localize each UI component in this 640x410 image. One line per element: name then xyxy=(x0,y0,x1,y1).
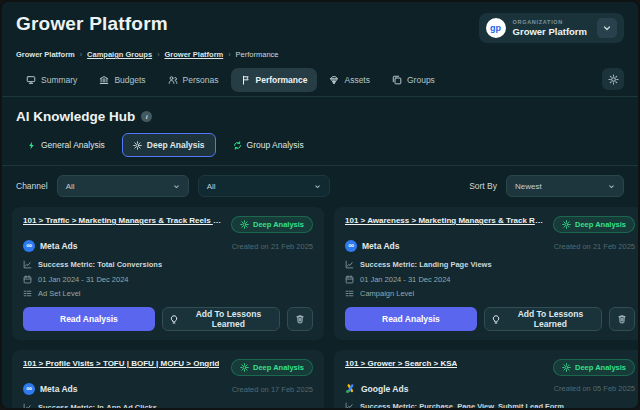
gear-icon xyxy=(562,220,571,229)
chart-icon xyxy=(345,260,354,269)
deep-analysis-badge: Deep Analysis xyxy=(553,359,635,376)
chevron-down-icon[interactable] xyxy=(597,18,617,38)
channel-name: Meta Ads xyxy=(40,384,77,394)
card-title-link[interactable]: 101 > Traffic > Marketing Managers & Tra… xyxy=(23,216,223,227)
analysis-card-grid: 101 > Traffic > Marketing Managers & Tra… xyxy=(2,205,638,410)
meta-ads-icon: ∞ xyxy=(23,240,35,252)
add-to-lessons-button[interactable]: Add To Lessons Learned xyxy=(162,307,280,331)
sort-select[interactable]: Newest xyxy=(506,175,624,197)
badge-label: Deep Analysis xyxy=(253,363,304,372)
page-header: Grower Platform gp ORGANIZATION Grower P… xyxy=(2,2,638,59)
personas-icon xyxy=(168,75,178,85)
org-logo: gp xyxy=(486,18,506,38)
trash-icon xyxy=(617,314,627,324)
detail-chart: Success Metric: Landing Page Views xyxy=(345,260,635,269)
summary-icon xyxy=(26,75,36,85)
channel: ∞ Meta Ads xyxy=(23,383,77,395)
meta-ads-icon: ∞ xyxy=(345,240,357,252)
tab-personas[interactable]: Personas xyxy=(158,68,229,92)
add-to-lessons-button[interactable]: Add To Lessons Learned xyxy=(484,307,602,331)
trash-icon xyxy=(295,314,305,324)
page-title: Grower Platform xyxy=(16,13,168,35)
deep-analysis-badge: Deep Analysis xyxy=(553,216,635,233)
channel: ∞ Meta Ads xyxy=(345,240,399,252)
delete-button[interactable] xyxy=(609,307,635,331)
channel-select-value: All xyxy=(66,182,75,191)
settings-button[interactable] xyxy=(602,68,624,90)
tab-groups[interactable]: Groups xyxy=(382,68,445,92)
section-title: AI Knowledge Hub xyxy=(16,109,135,124)
chart-icon xyxy=(345,402,354,410)
breadcrumb-separator: › xyxy=(228,51,230,58)
secondary-filter-value: All xyxy=(207,182,216,191)
filter-bar: Channel All All Sort By Newest xyxy=(2,166,638,205)
calendar-icon xyxy=(23,275,32,284)
breadcrumb-item-campaign-groups[interactable]: Campaign Groups xyxy=(87,50,152,59)
org-name: Grower Platform xyxy=(513,26,587,38)
calendar-icon xyxy=(345,275,354,284)
analysis-subtabs: General AnalysisDeep AnalysisGroup Analy… xyxy=(2,131,638,166)
chevron-down-icon xyxy=(608,183,615,190)
tab-summary[interactable]: Summary xyxy=(16,68,87,92)
sort-select-value: Newest xyxy=(515,182,542,191)
app-window: Grower Platform gp ORGANIZATION Grower P… xyxy=(0,0,640,410)
detail-chart: Success Metric: Total Conversions xyxy=(23,260,313,269)
badge-label: Deep Analysis xyxy=(253,220,304,229)
breadcrumb-separator: › xyxy=(157,51,159,58)
badge-label: Deep Analysis xyxy=(575,220,626,229)
analysis-card: 101 > Profile Visits > TOFU | BOFU | MOF… xyxy=(12,350,324,410)
lightbulb-icon xyxy=(169,314,179,324)
breadcrumb-item-performance: Performance xyxy=(236,50,279,59)
created-date: Created on 05 Feb 2025 xyxy=(554,384,635,393)
level-icon xyxy=(345,289,354,298)
tab-bar: SummaryBudgetsPersonasPerformanceAssetsG… xyxy=(2,59,638,97)
level-icon xyxy=(23,289,32,298)
analysis-card: 101 > Awareness > Marketing Managers & T… xyxy=(334,207,640,340)
analysis-card: 101 > Traffic > Marketing Managers & Tra… xyxy=(12,207,324,340)
channel-name: Meta Ads xyxy=(362,241,399,251)
deep-analysis-badge: Deep Analysis xyxy=(231,216,313,233)
channel-select[interactable]: All xyxy=(57,175,189,197)
card-title-link[interactable]: 101 > Grower > Search > KSA xyxy=(345,359,457,370)
channel: ∞ Meta Ads xyxy=(23,240,77,252)
groups-icon xyxy=(392,75,402,85)
budgets-icon xyxy=(99,75,109,85)
gear-icon xyxy=(608,74,619,85)
detail-calendar: 01 Jan 2024 - 31 Dec 2024 xyxy=(345,275,635,284)
channel: Google Ads xyxy=(345,383,408,394)
chart-icon xyxy=(23,260,32,269)
created-date: Created on 17 Feb 2025 xyxy=(232,385,313,394)
delete-button[interactable] xyxy=(287,307,313,331)
badge-label: Deep Analysis xyxy=(575,363,626,372)
detail-chart: Success Metric: Purchase, Page View, Sub… xyxy=(345,402,635,410)
org-selector[interactable]: gp ORGANIZATION Grower Platform xyxy=(479,13,624,43)
tab-assets[interactable]: Assets xyxy=(319,68,380,92)
read-analysis-button[interactable]: Read Analysis xyxy=(345,307,477,331)
secondary-filter-select[interactable]: All xyxy=(198,175,330,197)
card-title-link[interactable]: 101 > Profile Visits > TOFU | BOFU | MOF… xyxy=(23,359,219,370)
gear-icon xyxy=(133,141,142,150)
card-title-link[interactable]: 101 > Awareness > Marketing Managers & T… xyxy=(345,216,545,227)
breadcrumb: Grower Platform›Campaign Groups›Grower P… xyxy=(16,50,624,59)
tab-budgets[interactable]: Budgets xyxy=(89,68,155,92)
subtab-group-analysis[interactable]: Group Analysis xyxy=(222,133,315,157)
section-header: AI Knowledge Hub i xyxy=(2,97,638,131)
breadcrumb-item-grower-platform[interactable]: Grower Platform xyxy=(164,50,223,59)
tab-performance[interactable]: Performance xyxy=(231,68,318,92)
meta-ads-icon: ∞ xyxy=(23,383,35,395)
deep-analysis-badge: Deep Analysis xyxy=(231,359,313,376)
created-date: Created on 21 Feb 2025 xyxy=(554,242,635,251)
detail-level: Campaign Level xyxy=(345,289,635,298)
sort-by-label: Sort By xyxy=(469,181,497,191)
org-label: ORGANIZATION xyxy=(513,19,587,26)
lightbulb-icon xyxy=(491,314,501,324)
chart-icon xyxy=(23,403,32,410)
subtab-deep-analysis[interactable]: Deep Analysis xyxy=(122,133,216,157)
assets-icon xyxy=(329,75,339,85)
read-analysis-button[interactable]: Read Analysis xyxy=(23,307,155,331)
breadcrumb-item-grower-platform: Grower Platform xyxy=(16,50,75,59)
group-icon xyxy=(233,141,242,150)
info-icon[interactable]: i xyxy=(141,111,152,122)
subtab-general-analysis[interactable]: General Analysis xyxy=(16,133,116,157)
channel-name: Google Ads xyxy=(361,384,408,394)
